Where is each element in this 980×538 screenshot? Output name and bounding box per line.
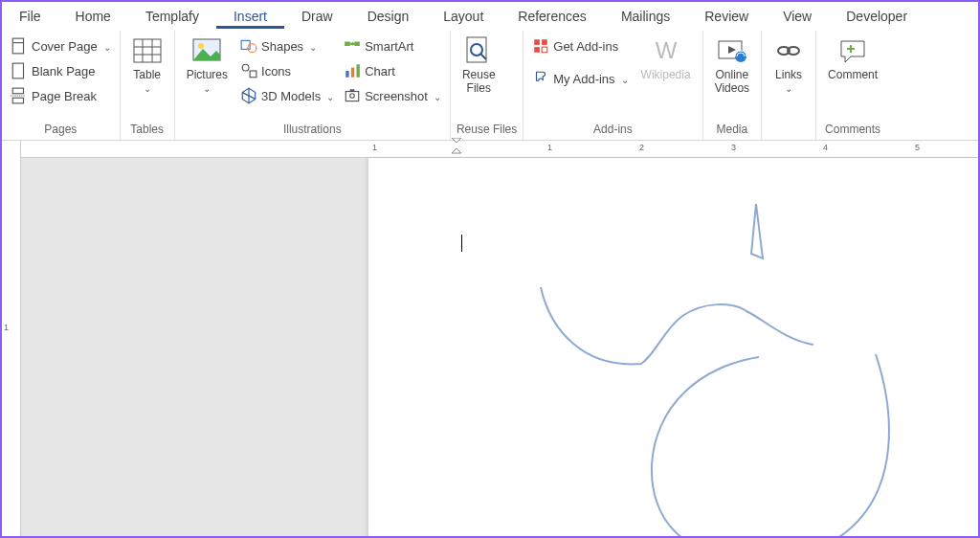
vertical-ruler[interactable]: 1 <box>2 141 21 538</box>
freehand-drawing[interactable] <box>416 187 952 538</box>
margin-indicator-icon[interactable] <box>452 138 461 147</box>
group-tables: Table Tables <box>121 31 175 140</box>
group-links-label <box>768 134 810 140</box>
svg-rect-25 <box>351 68 354 78</box>
svg-rect-3 <box>12 88 23 94</box>
my-addins-button[interactable]: My Add-ins <box>529 66 631 91</box>
workspace: 1 1 1 2 3 4 5 <box>2 141 978 538</box>
cover-page-icon <box>11 37 28 55</box>
addins-icon <box>532 70 549 87</box>
tab-insert[interactable]: Insert <box>216 4 284 29</box>
group-reuse-files-label: Reuse Files <box>457 121 517 140</box>
comment-icon <box>837 35 868 66</box>
3d-models-button[interactable]: 3D Models <box>237 83 337 108</box>
chevron-down-icon <box>785 83 792 94</box>
tab-view[interactable]: View <box>766 4 829 29</box>
tab-design[interactable]: Design <box>350 4 427 29</box>
svg-rect-34 <box>542 39 547 45</box>
svg-rect-33 <box>535 39 541 45</box>
chevron-down-icon <box>307 39 317 54</box>
page-break-label: Page Break <box>32 89 97 103</box>
chevron-down-icon <box>432 89 441 103</box>
table-icon <box>132 35 163 66</box>
tab-references[interactable]: References <box>501 4 604 29</box>
wikipedia-button[interactable]: W Wikipedia <box>635 34 697 83</box>
tab-developer[interactable]: Developer <box>829 4 924 29</box>
comment-button[interactable]: Comment <box>822 34 883 83</box>
blank-page-button[interactable]: Blank Page <box>8 58 114 83</box>
cover-page-label: Cover Page <box>32 39 98 54</box>
get-addins-label: Get Add-ins <box>553 39 618 54</box>
chevron-down-icon <box>144 83 151 94</box>
ribbon: Cover Page Blank Page Page Break Pages T… <box>2 31 978 141</box>
group-media-label: Media <box>709 121 755 140</box>
hruler-tick: 2 <box>639 143 644 152</box>
svg-rect-2 <box>12 63 23 78</box>
shapes-label: Shapes <box>261 39 303 54</box>
cover-page-button[interactable]: Cover Page <box>8 34 114 58</box>
blank-page-icon <box>11 62 28 79</box>
hruler-tick: 1 <box>547 143 552 152</box>
links-button[interactable]: Links <box>768 34 810 96</box>
tab-home[interactable]: Home <box>58 4 128 29</box>
links-label: Links <box>775 68 802 81</box>
tab-file[interactable]: File <box>2 4 58 29</box>
link-icon <box>773 35 804 66</box>
horizontal-ruler[interactable]: 1 1 2 3 4 5 <box>21 141 978 158</box>
chart-icon <box>344 62 361 79</box>
chevron-down-icon <box>203 83 211 94</box>
tab-layout[interactable]: Layout <box>426 4 501 29</box>
3d-models-label: 3D Models <box>261 89 321 103</box>
pictures-button[interactable]: Pictures <box>181 34 234 96</box>
ribbon-tabs: File Home Templafy Insert Draw Design La… <box>2 2 978 31</box>
svg-point-12 <box>198 43 204 49</box>
svg-marker-23 <box>352 42 354 47</box>
document-area <box>21 158 978 538</box>
svg-point-28 <box>350 94 355 99</box>
group-pages: Cover Page Blank Page Page Break Pages <box>2 31 121 140</box>
icons-label: Icons <box>261 64 291 78</box>
page-break-button[interactable]: Page Break <box>8 83 114 108</box>
icons-button[interactable]: Icons <box>237 58 337 83</box>
pictures-label: Pictures <box>187 68 228 81</box>
svg-rect-16 <box>250 71 256 78</box>
smartart-icon <box>344 37 361 55</box>
group-reuse-files: Reuse Files Reuse Files <box>451 31 523 140</box>
tab-review[interactable]: Review <box>687 4 766 29</box>
tab-templafy[interactable]: Templafy <box>128 4 216 29</box>
tab-draw[interactable]: Draw <box>284 4 350 29</box>
group-comments-label: Comments <box>822 121 883 140</box>
svg-point-15 <box>242 64 249 71</box>
online-videos-button[interactable]: Online Videos <box>709 34 755 98</box>
group-media: Online Videos Media <box>703 31 762 140</box>
shapes-icon <box>240 37 257 55</box>
svg-rect-26 <box>357 64 360 78</box>
table-label: Table <box>133 68 161 81</box>
screenshot-button[interactable]: Screenshot <box>341 83 444 108</box>
shapes-button[interactable]: Shapes <box>237 34 337 58</box>
chart-button[interactable]: Chart <box>341 58 444 83</box>
video-icon <box>717 35 747 66</box>
online-videos-label: Online Videos <box>715 68 749 96</box>
tab-mailings[interactable]: Mailings <box>604 4 687 29</box>
table-button[interactable]: Table <box>126 34 168 96</box>
blank-page-label: Blank Page <box>32 64 96 78</box>
group-illustrations-label: Illustrations <box>181 121 444 140</box>
chevron-down-icon <box>101 39 111 54</box>
reuse-files-icon <box>463 35 494 66</box>
document-page[interactable] <box>368 158 978 538</box>
hruler-tick: 4 <box>823 143 828 152</box>
screenshot-label: Screenshot <box>365 89 428 103</box>
svg-rect-0 <box>12 38 23 54</box>
pictures-icon <box>191 35 222 66</box>
group-links: Links <box>762 31 816 140</box>
svg-rect-20 <box>345 42 350 47</box>
svg-line-32 <box>480 54 486 59</box>
svg-rect-36 <box>542 47 547 53</box>
svg-rect-35 <box>535 47 541 53</box>
reuse-files-button[interactable]: Reuse Files <box>457 34 501 98</box>
group-tables-label: Tables <box>126 121 168 140</box>
get-addins-button[interactable]: Get Add-ins <box>529 34 631 58</box>
wikipedia-icon: W <box>651 35 681 66</box>
smartart-button[interactable]: SmartArt <box>341 34 444 58</box>
